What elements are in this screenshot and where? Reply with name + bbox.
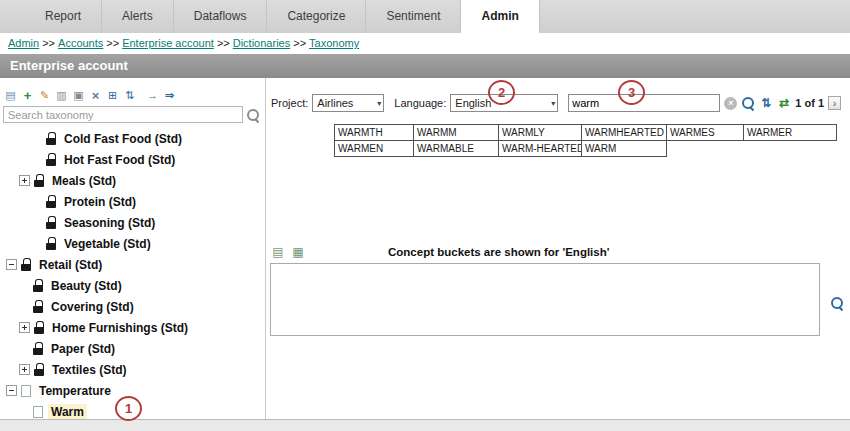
tree-item-label: Beauty (Std) [48, 278, 125, 294]
taxonomy-search-input[interactable] [3, 106, 243, 123]
lock-icon [34, 174, 44, 187]
word-cell[interactable]: WARMABLE [413, 140, 499, 157]
edit-node-icon[interactable] [37, 88, 52, 103]
word-cell[interactable]: WARMES [666, 124, 744, 141]
search-icon[interactable] [741, 96, 755, 110]
word-cell[interactable]: WARMEN [334, 140, 414, 157]
add-node-icon[interactable] [20, 88, 35, 103]
copy-icon[interactable] [71, 88, 86, 103]
delete-icon[interactable] [88, 88, 103, 103]
tab-admin[interactable]: Admin [461, 0, 539, 33]
collapse-icon[interactable] [6, 385, 17, 396]
taxonomy-search-row [3, 106, 260, 123]
project-label: Project: [271, 97, 308, 109]
expand-icon[interactable] [19, 175, 30, 186]
concept-bucket-header: Concept buckets are shown for 'English' [270, 244, 609, 260]
expand-icon[interactable] [19, 364, 30, 375]
breadcrumb: Admin>>Accounts>>Enterprise account>>Dic… [0, 33, 850, 54]
tree-item-label-selected: Warm [48, 404, 87, 420]
chevron-down-icon [551, 99, 555, 108]
language-select-value: English [455, 97, 491, 109]
tree-item-temperature[interactable]: Temperature [0, 380, 265, 401]
tab-report[interactable]: Report [25, 0, 102, 33]
move-icon[interactable] [122, 88, 137, 103]
tree-item-label: Retail (Std) [36, 257, 105, 273]
document-icon [21, 385, 31, 397]
import-icon[interactable] [145, 88, 160, 103]
refresh-icon[interactable] [777, 96, 791, 110]
tree-item-label: Cold Fast Food (Std) [61, 131, 185, 147]
word-cell[interactable]: WARMER [743, 124, 837, 141]
lock-icon [46, 195, 56, 208]
tree-item-label: Meals (Std) [49, 173, 119, 189]
word-row: WARMTH WARMM WARMLY WARMHEARTED WARMES W… [334, 124, 837, 141]
tree-item-covering[interactable]: Covering (Std) [0, 296, 265, 317]
chevron-down-icon [377, 99, 381, 108]
word-cell[interactable]: WARM-HEARTED [498, 140, 582, 157]
hierarchy-icon[interactable] [105, 88, 120, 103]
breadcrumb-separator: >> [293, 37, 306, 49]
word-cell[interactable]: WARMM [413, 124, 499, 141]
tree-item-beauty[interactable]: Beauty (Std) [0, 275, 265, 296]
clear-search-icon[interactable] [724, 97, 737, 110]
tree-item-label: Seasoning (Std) [61, 215, 158, 231]
word-cell[interactable]: WARMLY [498, 124, 582, 141]
tree-item-label: Textiles (Std) [49, 362, 129, 378]
breadcrumb-link-enterprise-account[interactable]: Enterprise account [122, 37, 214, 49]
save-icon[interactable] [270, 244, 286, 260]
tree-item-seasoning[interactable]: Seasoning (Std) [0, 212, 265, 233]
grid-icon[interactable] [290, 244, 306, 260]
sort-icon[interactable] [759, 96, 773, 110]
word-cell[interactable]: WARMTH [334, 124, 414, 141]
tree-item-label: Home Furnishings (Std) [49, 320, 191, 336]
breadcrumb-link-dictionaries[interactable]: Dictionaries [233, 37, 290, 49]
language-select[interactable]: English [450, 94, 558, 112]
word-search-input[interactable] [568, 94, 720, 112]
tree-item-vegetable[interactable]: Vegetable (Std) [0, 233, 265, 254]
lock-icon [46, 153, 56, 166]
lock-icon [21, 258, 31, 271]
expand-icon[interactable] [19, 322, 30, 333]
results-toolbar: Project: Airlines Language: English 1 of… [266, 78, 850, 112]
breadcrumb-link-taxonomy[interactable]: Taxonomy [309, 37, 359, 49]
word-cell[interactable]: WARMHEARTED [581, 124, 667, 141]
tab-alerts[interactable]: Alerts [102, 0, 174, 33]
tree-item-paper[interactable]: Paper (Std) [0, 338, 265, 359]
tab-categorize[interactable]: Categorize [267, 0, 366, 33]
tree-item-home-furnishings[interactable]: Home Furnishings (Std) [0, 317, 265, 338]
lock-icon [46, 132, 56, 145]
zoom-icon[interactable] [830, 296, 844, 310]
tab-dataflows[interactable]: Dataflows [174, 0, 268, 33]
project-select-value: Airlines [317, 97, 353, 109]
tree-item-cold-fast-food[interactable]: Cold Fast Food (Std) [0, 128, 265, 149]
word-results-table: WARMTH WARMM WARMLY WARMHEARTED WARMES W… [334, 124, 837, 157]
tree-item-textiles[interactable]: Textiles (Std) [0, 359, 265, 380]
tree-item-hot-fast-food[interactable]: Hot Fast Food (Std) [0, 149, 265, 170]
concept-bucket-textarea[interactable] [270, 263, 820, 336]
top-tab-bar: Report Alerts Dataflows Categorize Senti… [0, 0, 850, 33]
tree-item-meals[interactable]: Meals (Std) [0, 170, 265, 191]
cut-icon[interactable] [54, 88, 69, 103]
tree-item-retail[interactable]: Retail (Std) [0, 254, 265, 275]
lock-icon [46, 216, 56, 229]
next-page-button[interactable] [828, 96, 841, 110]
lock-icon [34, 321, 44, 334]
tree-item-protein[interactable]: Protein (Std) [0, 191, 265, 212]
search-icon[interactable] [246, 108, 260, 122]
breadcrumb-separator: >> [42, 37, 55, 49]
results-panel: Project: Airlines Language: English 1 of… [266, 78, 850, 419]
new-node-icon[interactable] [3, 88, 18, 103]
app-window: Report Alerts Dataflows Categorize Senti… [0, 0, 850, 431]
breadcrumb-link-accounts[interactable]: Accounts [58, 37, 103, 49]
export-icon[interactable] [162, 88, 177, 103]
taxonomy-panel: Cold Fast Food (Std) Hot Fast Food (Std)… [0, 78, 266, 419]
tree-item-label: Hot Fast Food (Std) [61, 152, 178, 168]
word-cell[interactable]: WARM [581, 140, 667, 157]
collapse-icon[interactable] [6, 259, 17, 270]
project-select[interactable]: Airlines [312, 94, 384, 112]
taxonomy-toolbar [3, 88, 265, 103]
tab-sentiment[interactable]: Sentiment [366, 0, 461, 33]
breadcrumb-link-admin[interactable]: Admin [8, 37, 39, 49]
tree-item-label: Vegetable (Std) [61, 236, 154, 252]
tree-item-warm[interactable]: Warm [0, 401, 265, 419]
